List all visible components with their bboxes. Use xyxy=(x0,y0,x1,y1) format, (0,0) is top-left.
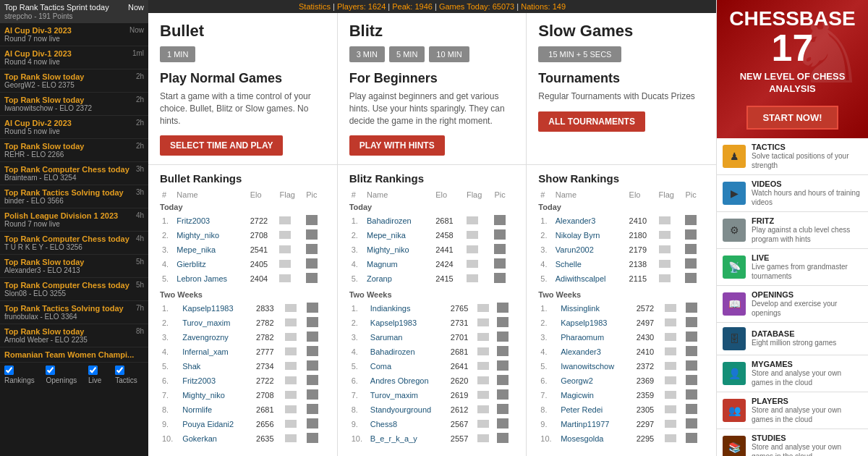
slow-rankings-table: # Name Elo Flag Pic Today 1. Alexander3 … xyxy=(538,189,705,286)
slow-col: Slow Games 15 MIN + 5 SECS Tournaments R… xyxy=(527,13,716,164)
table-row: 5. Shak 2734 xyxy=(160,359,326,373)
bullet-time-buttons: 1 MIN xyxy=(160,46,326,62)
sidebar-item[interactable]: 5h Top Rank Computer Chess today Slon08 … xyxy=(0,278,148,301)
fritz-desc: Play against a club level chess program … xyxy=(752,225,862,244)
table-row: 9. Martinp11977 2297 xyxy=(538,417,705,431)
table-row: 3. Saruman 2701 xyxy=(349,330,515,345)
table-row: 6. Fritz2003 2722 xyxy=(160,373,326,388)
table-row: 6. Andres Obregon 2620 xyxy=(349,373,515,388)
table-row: 10. B_e_r_k_a_y 2557 xyxy=(349,431,515,446)
bullet-rankings-table: # Name Elo Flag Pic Today 1. Fritz2003 2… xyxy=(160,189,326,286)
bullet-title: Bullet xyxy=(160,22,326,41)
rankings-row: Bullet Rankings # Name Elo Flag Pic Toda… xyxy=(148,165,716,456)
table-row: 5. Lebron James 2404 xyxy=(160,271,326,286)
sidebar-item[interactable]: 7h Top Rank Tactics Solving today frunob… xyxy=(0,301,148,324)
table-row: 4. Alexander3 2410 xyxy=(538,345,705,359)
slow-action-button[interactable]: ALL TOURNAMENTS xyxy=(538,111,645,132)
table-row: 3. Mepe_nika 2541 xyxy=(160,242,326,257)
bullet-rankings-title: Bullet Rankings xyxy=(160,172,326,185)
table-row: 3. Zavengrozny 2782 xyxy=(160,330,326,345)
table-row: 9. Pouya Eidani2 2656 xyxy=(160,417,326,431)
blitz-action-button[interactable]: PLAY WITH HINTS xyxy=(349,135,445,156)
database-icon: 🗄 xyxy=(723,327,746,350)
table-row: 2. Mepe_nika 2458 xyxy=(349,228,515,242)
table-row: 1. Bahadirozen 2681 xyxy=(349,214,515,228)
sidebar-item[interactable]: 1ml AI Cup Div-1 2023 Round 4 now live xyxy=(0,46,148,69)
table-row: 7. Turov_maxim 2619 xyxy=(349,388,515,402)
table-row: 8. Normlife 2681 xyxy=(160,402,326,417)
blitz-section-desc: Play against beginners and get various h… xyxy=(349,90,515,127)
sidebar-header: Top Rank Tactics Sprint todaystrepcho - … xyxy=(0,0,148,23)
slow-time-buttons: 15 MIN + 5 SECS xyxy=(538,46,705,62)
stats-players: Players: 1624 xyxy=(337,2,386,11)
footer-live[interactable]: Live xyxy=(88,366,109,384)
footer-openings[interactable]: Openings xyxy=(46,366,82,384)
sidebar-item[interactable]: 3h Top Rank Computer Chess today Brainte… xyxy=(0,162,148,185)
menu-item-openings[interactable]: 📖 OPENINGS Develop and exercise your ope… xyxy=(717,286,868,323)
sidebar-item[interactable]: 3h Top Rank Tactics Solving today binder… xyxy=(0,185,148,208)
blitz-rankings-title: Blitz Rankings xyxy=(349,172,515,185)
stats-nations: Nations: 149 xyxy=(521,2,566,11)
table-row: 5. Iwanowitschow 2372 xyxy=(538,359,705,373)
slow-title: Slow Games xyxy=(538,22,705,41)
blitz-rankings-col: Blitz Rankings # Name Elo Flag Pic Today… xyxy=(338,165,527,456)
blitz-10min-button[interactable]: 10 MIN xyxy=(429,46,469,62)
sidebar-item[interactable]: 5h Top Rank Slow today Alexander3 - ELO … xyxy=(0,255,148,278)
database-desc: Eight million strong games xyxy=(752,338,836,347)
menu-item-studies[interactable]: 📚 STUDIES Store and analyse your own gam… xyxy=(717,429,868,456)
sidebar-item[interactable]: 4h Polish League Division 1 2023 Round 7… xyxy=(0,208,148,232)
sidebar-item[interactable]: 2h AI Cup Div-2 2023 Round 5 now live xyxy=(0,116,148,139)
sidebar-item[interactable]: Romanian Team Women Champi... xyxy=(0,347,148,363)
stats-peak: Peak: 1946 xyxy=(392,2,433,11)
sidebar-item[interactable]: 2h Top Rank Slow today REHR - ELO 2266 xyxy=(0,139,148,162)
slow-15min-button[interactable]: 15 MIN + 5 SECS xyxy=(538,46,621,62)
main-content: Statistics | Players: 1624 | Peak: 1946 … xyxy=(148,0,716,456)
table-row: 9. Chess8 2567 xyxy=(349,417,515,431)
footer-rankings[interactable]: Rankings xyxy=(4,366,40,384)
bullet-1min-button[interactable]: 1 MIN xyxy=(160,46,195,62)
menu-item-database[interactable]: 🗄 DATABASE Eight million strong games xyxy=(717,323,868,355)
menu-item-videos[interactable]: ▶ VIDEOS Watch hours and hours of traini… xyxy=(717,175,868,212)
table-row: 3. Mighty_niko 2441 xyxy=(349,242,515,257)
players-icon: 👥 xyxy=(723,399,746,422)
menu-item-tactics[interactable]: ♟ TACTICS Solve tactical positions of yo… xyxy=(717,138,868,175)
table-row: 2. Kapselp1983 2731 xyxy=(349,316,515,330)
sidebar-item[interactable]: 8h Top Rank Slow today Arnold Weber - EL… xyxy=(0,324,148,347)
table-row: 7. Mighty_niko 2708 xyxy=(160,388,326,402)
menu-item-live[interactable]: 📡 LIVE Live games from grandmaster tourn… xyxy=(717,249,868,286)
tactics-desc: Solve tactical positions of your strengt… xyxy=(752,151,862,170)
cb-ad-inner: ♞ CHESSBASE 17 NEW LEVEL OF CHESS ANALYS… xyxy=(726,9,859,130)
bullet-action-button[interactable]: SELECT TIME AND PLAY xyxy=(160,135,283,156)
sidebar-item[interactable]: 2h Top Rank Slow today Iwanowitschow - E… xyxy=(0,93,148,116)
bullet-rankings-col: Bullet Rankings # Name Elo Flag Pic Toda… xyxy=(148,165,338,456)
game-types-row: Bullet 1 MIN Play Normal Games Start a g… xyxy=(148,13,716,165)
sidebar-header-time: Now xyxy=(128,3,144,20)
slow-rankings-title: Show Rankings xyxy=(538,172,705,185)
sidebar-item[interactable]: 4h Top Rank Computer Chess today T U R K… xyxy=(0,232,148,255)
bullet-twoweeks-label: Two Weeks xyxy=(160,290,326,299)
sidebar-item[interactable]: 2h Top Rank Slow today GeorgW2 - ELO 237… xyxy=(0,69,148,93)
cb-start-button[interactable]: START NOW! xyxy=(746,106,838,130)
players-desc: Store and analyse your own games in the … xyxy=(752,405,862,424)
slow-twoweeks-label: Two Weeks xyxy=(538,290,705,299)
blitz-twoweeks-table: 1. Indiankings 2765 2. Kapselp1983 2731 … xyxy=(349,301,515,446)
menu-item-mygames[interactable]: 👤 MYGAMES Store and analyse your own gam… xyxy=(717,355,868,392)
openings-title: OPENINGS xyxy=(752,290,862,299)
table-row: 2. Turov_maxim 2782 xyxy=(160,316,326,330)
bullet-twoweeks-table: 1. Kapselp11983 2833 2. Turov_maxim 2782… xyxy=(160,301,326,446)
table-row: 2. Kapselp1983 2497 xyxy=(538,316,705,330)
blitz-title: Blitz xyxy=(349,22,515,41)
stats-games: Games Today: 65073 xyxy=(439,2,514,11)
menu-item-fritz[interactable]: ⚙ FRITZ Play against a club level chess … xyxy=(717,212,868,249)
blitz-5min-button[interactable]: 5 MIN xyxy=(389,46,425,62)
live-icon: 📡 xyxy=(723,256,746,279)
table-row: 1. Fritz2003 2722 xyxy=(160,214,326,228)
blitz-twoweeks-label: Two Weeks xyxy=(349,290,515,299)
studies-icon: 📚 xyxy=(723,436,746,456)
menu-item-players[interactable]: 👥 PLAYERS Store and analyse your own gam… xyxy=(717,392,868,429)
sidebar-item[interactable]: Now AI Cup Div-3 2023 Round 7 now live xyxy=(0,23,148,46)
footer-tactics[interactable]: Tactics xyxy=(115,366,144,384)
table-row: 1. Indiankings 2765 xyxy=(349,301,515,316)
sidebar-header-title: Top Rank Tactics Sprint todaystrepcho - … xyxy=(4,3,109,20)
blitz-3min-button[interactable]: 3 MIN xyxy=(349,46,385,62)
